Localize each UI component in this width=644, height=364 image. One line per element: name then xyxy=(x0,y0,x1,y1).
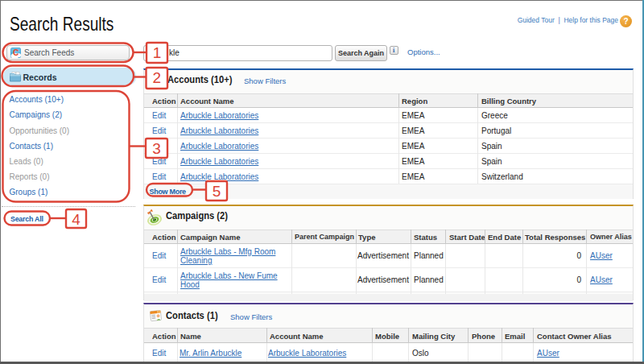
svg-text:2: 2 xyxy=(152,69,161,86)
svg-text:3: 3 xyxy=(152,140,161,157)
svg-text:5: 5 xyxy=(213,183,221,200)
svg-text:4: 4 xyxy=(72,211,80,228)
svg-text:1: 1 xyxy=(153,44,162,61)
